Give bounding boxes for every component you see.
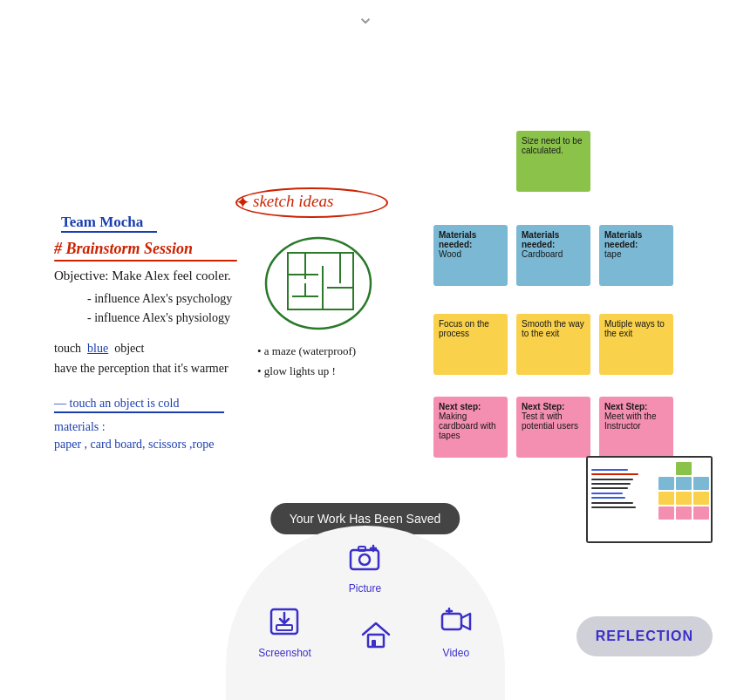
camera-icon	[349, 543, 380, 580]
sticky-pink-3-value: Meet with the Instructor	[604, 411, 668, 431]
brainstorm-underline	[54, 260, 237, 262]
team-label: Team Mocha	[61, 214, 143, 231]
picture-button[interactable]: Picture	[349, 543, 381, 595]
bottom-toolbar: Picture Screenshot	[226, 526, 505, 700]
sticky-blue-1-label: Materials needed:	[439, 230, 502, 249]
svg-rect-18	[372, 640, 376, 647]
screenshot-icon	[269, 608, 299, 644]
perception-text: have the perception that it's warmer	[54, 362, 229, 376]
home-icon	[359, 619, 392, 659]
svg-point-0	[266, 238, 371, 329]
touch-cold-underline	[54, 411, 224, 413]
maze-note1: • a maze (waterproof)	[257, 344, 356, 358]
sticky-pink-1[interactable]: Next step: Making cardboard with tapes	[433, 397, 508, 458]
sticky-pink-2-label: Next Step:	[522, 402, 585, 411]
scroll-up-chevron[interactable]: ⌄	[357, 4, 374, 29]
video-button[interactable]: Video	[440, 608, 472, 659]
screenshot-label: Screenshot	[258, 647, 311, 659]
sticky-blue-3-label: Materials needed:	[604, 230, 668, 249]
sticky-yellow-1[interactable]: Focus on the process	[433, 314, 508, 375]
sticky-blue-1[interactable]: Materials needed: Wood	[433, 225, 508, 286]
sticky-green-text: Size need to be calculated.	[522, 136, 583, 155]
sticky-pink-3[interactable]: Next Step: Meet with the Instructor	[599, 397, 673, 458]
screenshot-thumbnail[interactable]	[586, 456, 713, 543]
bullet2-text: - influence Alex's physiology	[87, 311, 230, 325]
sticky-yellow-3[interactable]: Mutiple ways to the exit	[599, 314, 673, 375]
sticky-blue-3-value: tape	[604, 249, 668, 259]
picture-label: Picture	[349, 582, 381, 595]
bullet1-text: - influence Alex's psychology	[87, 292, 232, 306]
objective-text: Objective: Make Alex feel cooler.	[54, 268, 231, 283]
sketch-ideas-label: sketch ideas	[253, 192, 333, 211]
brainstorm-label: # Brainstorm Session	[54, 240, 193, 258]
svg-rect-11	[358, 547, 365, 551]
svg-rect-15	[276, 625, 292, 630]
maze-drawing	[262, 231, 375, 336]
screenshot-button[interactable]: Screenshot	[258, 608, 311, 659]
materials-items-text: paper , card board, scissors ,rope	[54, 438, 215, 452]
sticky-blue-1-value: Wood	[439, 249, 502, 259]
team-underline	[61, 231, 157, 233]
home-button[interactable]	[359, 619, 392, 659]
thumbnail-notes	[591, 466, 644, 511]
reflection-button[interactable]: REFLECTION	[576, 616, 713, 656]
svg-rect-9	[351, 550, 379, 569]
sticky-yellow-2-text: Smooth the way to the exit	[522, 319, 584, 338]
sticky-pink-1-label: Next step:	[439, 402, 502, 411]
sticky-green[interactable]: Size need to be calculated.	[516, 131, 590, 192]
toolbar-bottom-row: Screenshot Video	[258, 608, 472, 659]
sticky-pink-3-label: Next Step:	[604, 402, 668, 411]
sticky-blue-3[interactable]: Materials needed: tape	[599, 225, 673, 286]
video-label: Video	[443, 647, 469, 659]
sticky-blue-2[interactable]: Materials needed: Cardboard	[516, 225, 590, 286]
touch-cold-text: — touch an object is cold	[54, 397, 179, 411]
sticky-pink-2[interactable]: Next Step: Test it with potential users	[516, 397, 590, 458]
maze-note2: • glow lights up !	[257, 364, 336, 378]
sticky-blue-2-value: Cardboard	[522, 249, 585, 259]
sticky-yellow-1-text: Focus on the process	[439, 319, 489, 338]
sticky-yellow-3-text: Mutiple ways to the exit	[604, 319, 665, 338]
toolbar-top-row: Picture	[349, 543, 381, 595]
thumbnail-content	[588, 458, 711, 541]
svg-rect-19	[442, 614, 461, 629]
thumbnail-stickies	[658, 462, 709, 520]
sticky-pink-2-value: Test it with potential users	[522, 411, 585, 431]
svg-point-10	[359, 554, 370, 565]
svg-rect-1	[288, 253, 353, 309]
sticky-yellow-2[interactable]: Smooth the way to the exit	[516, 314, 590, 375]
video-icon	[440, 608, 472, 644]
touch-blue-text: touch blue object	[54, 342, 144, 356]
sticky-blue-2-label: Materials needed:	[522, 230, 585, 249]
materials-header-text: materials :	[54, 420, 106, 434]
sticky-pink-1-value: Making cardboard with tapes	[439, 411, 502, 440]
